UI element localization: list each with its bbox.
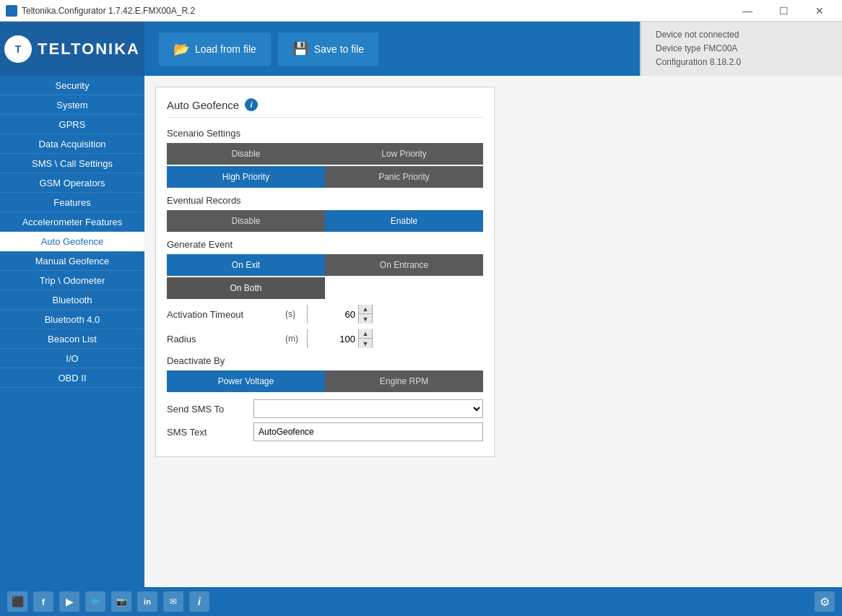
deactivate-by-label: Deactivate By [167, 355, 483, 366]
on-entrance-button[interactable]: On Entrance [325, 254, 483, 276]
footer-gear-icon[interactable]: ⚙ [815, 591, 835, 612]
device-info-line3: Configuration 8.18.2.0 [656, 56, 828, 69]
maximize-button[interactable]: ☐ [767, 0, 800, 22]
activation-timeout-down[interactable]: ▼ [359, 314, 372, 324]
sidebar-item-system[interactable]: System [0, 95, 144, 115]
footer-icon-youtube[interactable]: ▶ [59, 591, 79, 612]
logo-area: T TELTONIKA [0, 22, 144, 76]
on-exit-button[interactable]: On Exit [167, 254, 325, 276]
toolbar-buttons: 📂 Load from file 💾 Save to file [144, 32, 640, 66]
save-to-file-label: Save to file [314, 43, 364, 55]
generate-event-label: Generate Event [167, 239, 483, 250]
activation-timeout-input[interactable]: 60 [308, 305, 358, 324]
title-bar: Teltonika.Configurator 1.7.42.E.FMX00A_R… [0, 0, 842, 22]
panel-title: Auto Geofence i [167, 98, 483, 118]
eventual-disable-button[interactable]: Disable [167, 210, 325, 232]
sms-text-row: SMS Text [167, 422, 483, 441]
device-info-line2: Device type FMC00A [656, 42, 828, 56]
scenario-low-priority-button[interactable]: Low Priority [325, 143, 483, 165]
footer-icon-linkedin[interactable]: in [137, 591, 157, 612]
close-button[interactable]: ✕ [803, 0, 836, 22]
radius-up[interactable]: ▲ [359, 329, 372, 339]
sidebar: SecuritySystemGPRSData AcquisitionSMS \ … [0, 76, 144, 587]
scenario-high-priority-button[interactable]: High Priority [167, 166, 325, 188]
scenario-row2: High Priority Panic Priority [167, 166, 483, 188]
activation-timeout-row: Activation Timeout (s) 60 ▲ ▼ [167, 305, 483, 324]
scenario-row1: Disable Low Priority [167, 143, 483, 165]
generate-event-row1: On Exit On Entrance [167, 254, 483, 276]
radius-input[interactable]: 100 [308, 329, 358, 348]
device-info-line1: Device not connected [656, 28, 828, 42]
on-both-button[interactable]: On Both [167, 277, 325, 299]
sidebar-item-security[interactable]: Security [0, 76, 144, 95]
sidebar-item-data-acquisition[interactable]: Data Acquisition [0, 134, 144, 154]
sidebar-item-i-o[interactable]: I/O [0, 349, 144, 368]
radius-unit: (m) [285, 334, 307, 344]
sms-text-label: SMS Text [167, 427, 253, 438]
content-area: Auto Geofence i Scenario Settings Disabl… [144, 76, 842, 587]
window-controls: — ☐ ✕ [731, 0, 836, 22]
sidebar-item-sms-call-settings[interactable]: SMS \ Call Settings [0, 154, 144, 173]
sidebar-item-obd-ii[interactable]: OBD II [0, 368, 144, 388]
radius-spinner[interactable]: 100 ▲ ▼ [307, 329, 373, 348]
auto-geofence-panel: Auto Geofence i Scenario Settings Disabl… [155, 87, 495, 457]
radius-row: Radius (m) 100 ▲ ▼ [167, 329, 483, 348]
eventual-enable-button[interactable]: Enable [325, 210, 483, 232]
send-sms-row: Send SMS To [167, 399, 483, 418]
toolbar: T TELTONIKA 📂 Load from file 💾 Save to f… [0, 22, 842, 76]
activation-timeout-unit: (s) [285, 309, 307, 319]
logo-icon: T [4, 35, 32, 63]
panel-title-text: Auto Geofence [167, 99, 239, 111]
title-bar-text: Teltonika.Configurator 1.7.42.E.FMX00A_R… [22, 6, 731, 16]
footer-icon-instagram[interactable]: 📷 [111, 591, 131, 612]
save-to-file-button[interactable]: 💾 Save to file [278, 32, 378, 66]
footer-icon-twitter[interactable]: 🐦 [85, 591, 105, 612]
deactivate-by-row: Power Voltage Engine RPM [167, 370, 483, 392]
sidebar-item-accelerometer-features[interactable]: Accelerometer Features [0, 212, 144, 232]
activation-timeout-arrows: ▲ ▼ [358, 305, 372, 324]
engine-rpm-button[interactable]: Engine RPM [325, 370, 483, 392]
footer: ⬛ f ▶ 🐦 📷 in ✉ i ⚙ [0, 587, 842, 616]
generate-event-row2: On Both [167, 277, 483, 299]
send-sms-dropdown[interactable] [253, 399, 483, 418]
footer-icon-chat[interactable]: ✉ [163, 591, 183, 612]
power-voltage-button[interactable]: Power Voltage [167, 370, 325, 392]
activation-timeout-spinner[interactable]: 60 ▲ ▼ [307, 305, 373, 324]
send-sms-label: Send SMS To [167, 404, 253, 415]
load-from-file-label: Load from file [195, 43, 256, 55]
sidebar-item-bluetooth[interactable]: Bluetooth [0, 290, 144, 310]
sidebar-item-bluetooth-4.0[interactable]: Bluetooth 4.0 [0, 310, 144, 329]
sidebar-item-beacon-list[interactable]: Beacon List [0, 329, 144, 349]
logo-text: TELTONIKA [38, 40, 140, 58]
sidebar-item-features[interactable]: Features [0, 193, 144, 212]
scenario-settings-label: Scenario Settings [167, 128, 483, 139]
load-icon: 📂 [173, 41, 189, 57]
load-from-file-button[interactable]: 📂 Load from file [159, 32, 271, 66]
eventual-records-row: Disable Enable [167, 210, 483, 232]
sidebar-item-auto-geofence[interactable]: Auto Geofence [0, 232, 144, 251]
footer-icon-home[interactable]: ⬛ [7, 591, 27, 612]
main-layout: SecuritySystemGPRSData AcquisitionSMS \ … [0, 76, 842, 587]
footer-icon-facebook[interactable]: f [33, 591, 53, 612]
device-info: Device not connected Device type FMC00A … [640, 22, 842, 76]
scenario-disable-button[interactable]: Disable [167, 143, 325, 165]
sidebar-item-trip-odometer[interactable]: Trip \ Odometer [0, 271, 144, 290]
eventual-records-label: Eventual Records [167, 195, 483, 206]
radius-down[interactable]: ▼ [359, 339, 372, 348]
activation-timeout-up[interactable]: ▲ [359, 305, 372, 314]
app-icon [6, 5, 17, 17]
minimize-button[interactable]: — [731, 0, 764, 22]
footer-icon-info[interactable]: i [189, 591, 209, 612]
radius-label: Radius [167, 334, 282, 344]
sidebar-item-manual-geofence[interactable]: Manual Geofence [0, 251, 144, 271]
sidebar-item-gsm-operators[interactable]: GSM Operators [0, 173, 144, 193]
activation-timeout-label: Activation Timeout [167, 309, 282, 320]
sidebar-item-gprs[interactable]: GPRS [0, 115, 144, 134]
sms-text-input[interactable] [253, 422, 483, 441]
save-icon: 💾 [292, 41, 308, 57]
scenario-panic-priority-button[interactable]: Panic Priority [325, 166, 483, 188]
info-icon[interactable]: i [245, 98, 258, 111]
radius-arrows: ▲ ▼ [358, 329, 372, 348]
